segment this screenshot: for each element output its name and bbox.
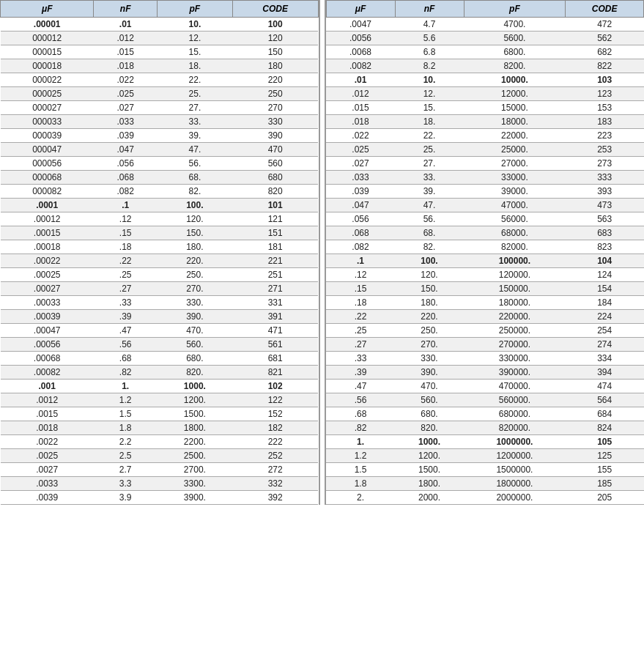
cell-pf: 1200. (157, 393, 232, 407)
cell-nf: .82 (94, 366, 158, 380)
cell-uf: 000012 (1, 32, 94, 45)
cell-nf: .47 (94, 324, 158, 338)
cell-uf: .018 (326, 115, 395, 129)
table-row: .00222.22200.222 (1, 435, 319, 449)
table-row: .03939.39000.393 (326, 185, 644, 199)
cell-code: 251 (232, 268, 318, 282)
cell-code: 684 (566, 407, 644, 421)
cell-pf: 39000. (464, 185, 566, 199)
cell-code: 105 (566, 435, 644, 449)
table-row: .00033.33330.331 (1, 296, 319, 310)
cell-pf: 27. (157, 101, 232, 115)
cell-code: 224 (566, 310, 644, 324)
cell-pf: 820000. (464, 421, 566, 435)
cell-nf: .01 (94, 18, 158, 32)
cell-pf: 470000. (464, 380, 566, 393)
cell-pf: 820. (157, 366, 232, 380)
table-row: .03333.33000.333 (326, 171, 644, 185)
cell-pf: 12000. (464, 87, 566, 101)
cell-pf: 1800000. (464, 477, 566, 491)
cell-pf: 22. (157, 73, 232, 87)
left-header-nf: nF (94, 1, 158, 18)
cell-code: 392 (232, 491, 318, 505)
cell-nf: .033 (94, 115, 158, 129)
cell-pf: 3300. (157, 477, 232, 491)
cell-code: 124 (566, 268, 644, 282)
cell-pf: 2700. (157, 463, 232, 477)
table-row: 000056.05656.560 (1, 157, 319, 171)
cell-uf: 000018 (1, 59, 94, 73)
cell-pf: 25. (157, 87, 232, 101)
cell-nf: 220. (395, 310, 464, 324)
right-header-code: CODE (566, 1, 644, 18)
cell-uf: .027 (326, 157, 395, 171)
cell-code: 121 (232, 212, 318, 226)
cell-code: 254 (566, 324, 644, 338)
cell-pf: 150. (157, 226, 232, 240)
left-header-pf: pF (157, 1, 232, 18)
cell-pf: 6800. (464, 45, 566, 59)
cell-uf: .0015 (1, 407, 94, 421)
cell-nf: .39 (94, 310, 158, 324)
cell-pf: 2000000. (464, 491, 566, 505)
cell-code: 471 (232, 324, 318, 338)
table-row: .01212.12000.123 (326, 87, 644, 101)
cell-code: 472 (566, 18, 644, 32)
cell-code: 125 (566, 449, 644, 463)
cell-code: 101 (232, 199, 318, 212)
cell-uf: .0068 (326, 45, 395, 59)
cell-code: 334 (566, 352, 644, 366)
cell-code: 180 (232, 59, 318, 73)
cell-nf: 680. (395, 407, 464, 421)
cell-pf: 10. (157, 18, 232, 32)
cell-uf: 000033 (1, 115, 94, 129)
cell-code: 123 (566, 87, 644, 101)
cell-uf: 1.8 (326, 477, 395, 491)
table-row: 1.81800.1800000.185 (326, 477, 644, 491)
table-row: .27270.270000.274 (326, 338, 644, 352)
cell-pf: 180000. (464, 296, 566, 310)
cell-code: 470 (232, 143, 318, 157)
left-table: μF nF pF CODE .00001.0110.100000012.0121… (0, 0, 319, 505)
cell-pf: 5600. (464, 32, 566, 45)
table-row: 1.1000.1000000.105 (326, 435, 644, 449)
table-row: 000025.02525.250 (1, 87, 319, 101)
table-row: 000018.01818.180 (1, 59, 319, 73)
cell-nf: 1. (94, 380, 158, 393)
cell-pf: 470. (157, 324, 232, 338)
cell-pf: 100000. (464, 254, 566, 268)
cell-code: 253 (566, 143, 644, 157)
cell-nf: 4.7 (395, 18, 464, 32)
cell-code: 473 (566, 199, 644, 212)
cell-nf: 47. (395, 199, 464, 212)
cell-uf: .022 (326, 129, 395, 143)
cell-nf: .56 (94, 338, 158, 352)
cell-pf: 33000. (464, 171, 566, 185)
right-table-section: μF nF pF CODE .00474.74700.472.00565.656… (326, 0, 645, 505)
cell-pf: 250. (157, 268, 232, 282)
cell-code: 221 (232, 254, 318, 268)
cell-pf: 560000. (464, 393, 566, 407)
cell-uf: .39 (326, 366, 395, 380)
cell-nf: 12. (395, 87, 464, 101)
table-row: .00474.74700.472 (326, 18, 644, 32)
cell-nf: 25. (395, 143, 464, 157)
cell-code: 331 (232, 296, 318, 310)
cell-uf: 000068 (1, 171, 94, 185)
cell-pf: 25000. (464, 143, 566, 157)
cell-pf: 390000. (464, 366, 566, 380)
cell-uf: .0047 (326, 18, 395, 32)
table-row: .0110.10000.103 (326, 73, 644, 87)
table-row: .00015.15150.151 (1, 226, 319, 240)
cell-code: 250 (232, 87, 318, 101)
table-row: .00082.82820.821 (1, 366, 319, 380)
cell-uf: .01 (326, 73, 395, 87)
table-row: .04747.47000.473 (326, 199, 644, 212)
cell-code: 183 (566, 115, 644, 129)
cell-nf: 1.5 (94, 407, 158, 421)
cell-nf: 6.8 (395, 45, 464, 59)
cell-pf: 1500. (157, 407, 232, 421)
table-row: 000068.06868.680 (1, 171, 319, 185)
cell-pf: 3900. (157, 491, 232, 505)
cell-uf: .039 (326, 185, 395, 199)
